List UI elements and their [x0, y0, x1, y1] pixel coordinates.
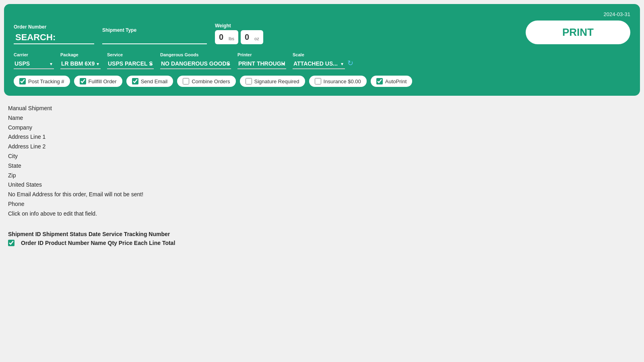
combine-orders-checkbox[interactable]: Combine Orders — [177, 76, 235, 87]
shipment-type-group: Shipment Type — [102, 27, 207, 44]
shipment-no-email: No Email Address for this order, Email w… — [8, 190, 636, 200]
shipment-country: United States — [8, 180, 636, 190]
package-select[interactable]: LR BBM 6X9 Small Box Medium Box Large Bo… — [60, 59, 101, 69]
top-panel: 2024-03-31 Order Number Shipment Type We… — [4, 4, 640, 96]
autoprint-label: AutoPrint — [385, 78, 407, 84]
send-email-label: Send Email — [141, 78, 167, 84]
weight-label: Weight — [215, 23, 263, 29]
shipment-edit-hint: Click on info above to edit that field. — [8, 209, 636, 219]
weight-oz-unit: oz — [254, 36, 259, 42]
refresh-icon[interactable]: ↻ — [347, 59, 353, 69]
weight-group: Weight 0 lbs 0 oz — [215, 23, 263, 44]
table-columns-label: Order ID Product Number Name Qty Price E… — [21, 240, 175, 246]
shipment-name: Name — [8, 113, 636, 123]
shipment-company: Company — [8, 123, 636, 133]
autoprint-checkbox[interactable]: AutoPrint — [371, 76, 412, 87]
printer-select[interactable]: PRINT THROUGH Local Printer PDF — [237, 59, 286, 69]
service-label: Service — [107, 52, 154, 57]
weight-oz-value: 0 — [245, 33, 253, 42]
weight-lbs-unit: lbs — [229, 36, 234, 42]
weight-oz-box: 0 oz — [241, 30, 263, 44]
insurance-checkbox[interactable]: Insurance $0.00 — [309, 76, 367, 87]
service-select[interactable]: USPS PARCEL S Priority Mail First Class … — [107, 59, 154, 69]
scale-select[interactable]: ATTACHED US... Manual USB Scale — [293, 59, 345, 69]
shipment-zip: Zip — [8, 171, 636, 181]
signature-required-label: Signature Required — [254, 78, 299, 84]
table-row-header: Order ID Product Number Name Qty Price E… — [8, 240, 636, 246]
printer-group: Printer PRINT THROUGH Local Printer PDF — [237, 52, 286, 69]
shipment-type-input[interactable] — [102, 35, 207, 44]
order-number-label: Order Number — [14, 24, 94, 30]
signature-required-checkbox[interactable]: Signature Required — [240, 76, 305, 87]
insurance-label: Insurance $0.00 — [324, 78, 361, 84]
shipment-address1: Address Line 1 — [8, 132, 636, 142]
printer-label: Printer — [237, 52, 286, 57]
shipment-type-label: Shipment Type — [102, 27, 207, 33]
weight-lbs-box: 0 lbs — [215, 30, 238, 44]
dangerous-goods-select[interactable]: NO DANGEROUS GOODS Lithium Battery Hazar… — [160, 59, 231, 69]
service-group: Service USPS PARCEL S Priority Mail Firs… — [107, 52, 154, 69]
weight-lbs-value: 0 — [219, 33, 227, 42]
fulfill-order-checkbox[interactable]: Fullfill Order — [74, 76, 122, 87]
order-number-group: Order Number — [14, 24, 94, 44]
carrier-label: Carrier — [14, 52, 54, 57]
shipment-state: State — [8, 161, 636, 171]
post-tracking-label: Post Tracking # — [28, 78, 64, 84]
table-row-checkbox[interactable] — [8, 240, 14, 246]
package-group: Package LR BBM 6X9 Small Box Medium Box … — [60, 52, 101, 69]
dangerous-goods-label: Dangerous Goods — [160, 52, 231, 57]
checkboxes-row: Post Tracking # Fullfill Order Send Emai… — [14, 76, 630, 87]
package-label: Package — [60, 52, 101, 57]
send-email-checkbox[interactable]: Send Email — [126, 76, 173, 87]
shipment-title: Manual Shipment — [8, 104, 636, 113]
post-tracking-checkbox[interactable]: Post Tracking # — [14, 76, 70, 87]
scale-group: Scale ATTACHED US... Manual USB Scale ↻ — [293, 52, 353, 69]
scale-label: Scale — [293, 52, 353, 57]
order-number-input[interactable] — [14, 31, 94, 44]
carrier-group: Carrier USPS FedEx UPS DHL — [14, 52, 54, 69]
carrier-select[interactable]: USPS FedEx UPS DHL — [14, 59, 54, 69]
main-content: Manual Shipment Name Company Address Lin… — [4, 104, 640, 246]
dangerous-goods-group: Dangerous Goods NO DANGEROUS GOODS Lithi… — [160, 52, 231, 69]
table-header-text: Shipment ID Shipment Status Date Service… — [8, 231, 170, 237]
fulfill-order-label: Fullfill Order — [89, 78, 117, 84]
combine-orders-label: Combine Orders — [192, 78, 230, 84]
shipment-info: Manual Shipment Name Company Address Lin… — [8, 104, 636, 219]
shipment-table-header: Shipment ID Shipment Status Date Service… — [8, 231, 636, 237]
shipment-phone: Phone — [8, 200, 636, 209]
print-button[interactable]: PRINT — [526, 21, 630, 44]
shipment-address2: Address Line 2 — [8, 142, 636, 152]
date-display: 2024-03-31 — [14, 11, 630, 17]
shipment-city: City — [8, 152, 636, 161]
